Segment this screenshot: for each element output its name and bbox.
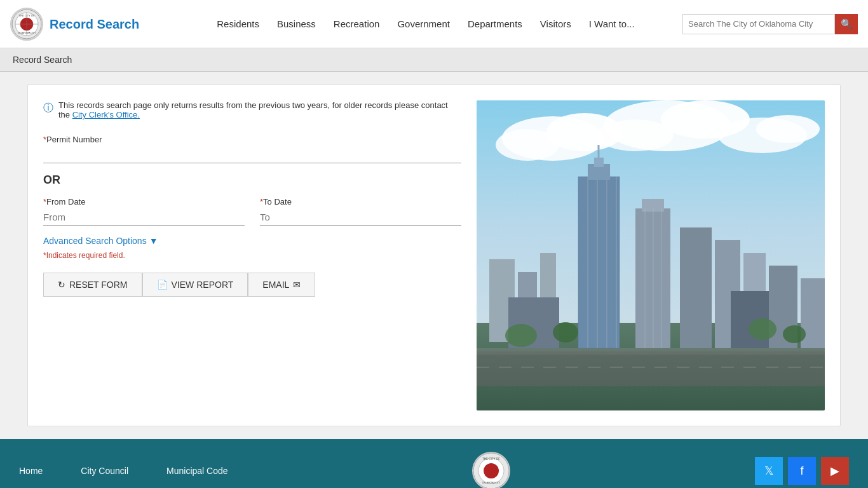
svg-point-10 (496, 129, 559, 161)
to-date-label: *To Date (260, 197, 461, 207)
from-date-input[interactable] (43, 209, 245, 226)
nav-government[interactable]: Government (397, 16, 450, 32)
info-icon: ⓘ (43, 102, 53, 115)
svg-point-44 (553, 322, 578, 342)
svg-point-49 (484, 463, 499, 478)
permit-number-label: *Permit Number (43, 135, 461, 144)
svg-point-43 (505, 324, 537, 347)
youtube-icon: ▶ (831, 464, 839, 478)
svg-text:OKLAHOMA CITY: OKLAHOMA CITY (18, 32, 36, 34)
content-card: ⓘ This records search page only returns … (27, 85, 841, 426)
footer-logo-area: THE CITY OF OKLAHOMA CITY (228, 452, 755, 488)
facebook-icon: f (800, 464, 803, 478)
report-icon: 📄 (157, 280, 168, 290)
footer-logo: THE CITY OF OKLAHOMA CITY (472, 452, 510, 488)
facebook-button[interactable]: f (788, 457, 816, 485)
nav-i-want-to[interactable]: I Want to... (589, 16, 635, 32)
nav-departments[interactable]: Departments (468, 16, 522, 32)
footer-links: Home City Council Municipal Code (19, 466, 228, 476)
date-row: *From Date *To Date (43, 197, 461, 226)
form-section: ⓘ This records search page only returns … (43, 100, 461, 410)
from-date-label: *From Date (43, 197, 245, 207)
main-nav: Residents Business Recreation Government… (150, 16, 682, 32)
social-icons: 𝕏 f ▶ (755, 457, 849, 485)
svg-rect-21 (578, 177, 620, 348)
breadcrumb-label: Record Search (13, 55, 72, 65)
site-title: Record Search (50, 17, 139, 31)
svg-text:THE CITY OF: THE CITY OF (19, 14, 35, 17)
city-skyline-image (477, 100, 825, 410)
from-date-field: *From Date (43, 197, 245, 226)
or-divider: OR (43, 173, 461, 187)
svg-point-46 (783, 325, 806, 343)
footer-link-home[interactable]: Home (19, 466, 43, 476)
search-icon: 🔍 (841, 18, 853, 30)
image-section (477, 100, 825, 410)
permit-number-input[interactable] (43, 147, 461, 163)
svg-text:THE CITY OF: THE CITY OF (482, 458, 500, 461)
city-clerk-link[interactable]: City Clerk's Office. (72, 110, 140, 119)
youtube-button[interactable]: ▶ (821, 457, 849, 485)
twitter-icon: 𝕏 (764, 464, 774, 478)
chevron-down-icon: ▼ (149, 236, 158, 246)
nav-visitors[interactable]: Visitors (540, 16, 571, 32)
required-note: *Indicates required field. (43, 251, 461, 260)
footer-link-municipal-code[interactable]: Municipal Code (166, 466, 228, 476)
info-box: ⓘ This records search page only returns … (43, 100, 461, 119)
permit-number-field: *Permit Number (43, 135, 461, 163)
svg-rect-34 (680, 227, 712, 348)
svg-point-45 (749, 318, 776, 340)
svg-point-15 (756, 115, 820, 143)
view-report-button[interactable]: 📄 VIEW REPORT (142, 273, 248, 297)
header: THE CITY OF OKLAHOMA CITY Record Search … (0, 0, 868, 48)
email-button[interactable]: EMAIL ✉ (248, 273, 315, 297)
footer-link-city-council[interactable]: City Council (81, 466, 128, 476)
main-content: ⓘ This records search page only returns … (0, 72, 868, 439)
site-logo[interactable]: THE CITY OF OKLAHOMA CITY (10, 8, 43, 41)
email-icon: ✉ (293, 280, 301, 290)
buttons-row: ↻ RESET FORM 📄 VIEW REPORT EMAIL ✉ (43, 273, 461, 297)
advanced-search-toggle[interactable]: Advanced Search Options ▼ (43, 236, 461, 246)
to-date-field: *To Date (260, 197, 461, 226)
nav-residents[interactable]: Residents (217, 16, 259, 32)
info-text: This records search page only returns re… (58, 100, 461, 119)
search-input[interactable] (682, 14, 835, 34)
footer: Home City Council Municipal Code THE CIT… (0, 439, 868, 488)
twitter-button[interactable]: 𝕏 (755, 457, 783, 485)
search-button[interactable]: 🔍 (835, 14, 858, 34)
svg-rect-41 (477, 351, 825, 386)
reset-form-button[interactable]: ↻ RESET FORM (43, 273, 142, 297)
nav-recreation[interactable]: Recreation (334, 16, 380, 32)
breadcrumb: Record Search (0, 48, 868, 72)
advanced-search-label: Advanced Search Options (43, 236, 147, 246)
logo-area: THE CITY OF OKLAHOMA CITY Record Search (10, 8, 150, 41)
reset-icon: ↻ (58, 280, 65, 290)
svg-text:OKLAHOMA CITY: OKLAHOMA CITY (482, 482, 501, 484)
nav-business[interactable]: Business (277, 16, 316, 32)
svg-point-13 (597, 119, 674, 151)
search-area: 🔍 (682, 14, 858, 34)
to-date-input[interactable] (260, 209, 461, 226)
